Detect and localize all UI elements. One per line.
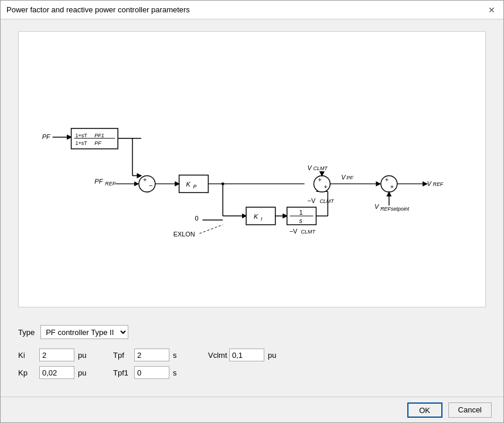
ki-input[interactable] bbox=[39, 348, 74, 361]
tpf1-label: Tpf1 bbox=[113, 368, 131, 377]
svg-text:+: + bbox=[143, 176, 147, 183]
svg-text:REF: REF bbox=[105, 181, 115, 187]
vclmt-field-row: Vclmt pu bbox=[208, 348, 280, 361]
svg-point-40 bbox=[314, 175, 330, 192]
svg-text:V: V bbox=[341, 174, 346, 181]
svg-text:+: + bbox=[390, 183, 394, 190]
ki-label: Ki bbox=[18, 351, 36, 360]
svg-text:P: P bbox=[193, 184, 197, 189]
svg-text:PF: PF bbox=[42, 133, 51, 140]
block-diagram: .diag-text { font-family: Arial, sans-se… bbox=[19, 32, 485, 307]
vclmt-unit: pu bbox=[268, 351, 280, 360]
svg-text:+: + bbox=[385, 176, 389, 183]
svg-text:0: 0 bbox=[195, 215, 198, 222]
tpf-unit: s bbox=[173, 351, 185, 360]
svg-text:1+sT: 1+sT bbox=[76, 133, 88, 138]
type-select[interactable]: PF controller Type I PF controller Type … bbox=[40, 325, 128, 339]
vclmt-input[interactable] bbox=[229, 348, 264, 361]
svg-text:PF1: PF1 bbox=[94, 133, 104, 138]
svg-text:V: V bbox=[308, 164, 313, 171]
svg-text:+: + bbox=[318, 176, 321, 183]
bottom-bar: OK Cancel bbox=[1, 397, 503, 422]
ki-field-row: Ki pu bbox=[18, 348, 90, 361]
svg-text:CLMT: CLMT bbox=[319, 198, 334, 204]
kp-label: Kp bbox=[18, 368, 36, 377]
ki-unit: pu bbox=[78, 351, 90, 360]
tpf1-input[interactable] bbox=[134, 366, 169, 379]
svg-text:1+sT: 1+sT bbox=[76, 140, 88, 146]
kp-unit: pu bbox=[78, 368, 90, 377]
svg-text:−V: −V bbox=[290, 228, 298, 235]
parameters-area: Type PF controller Type I PF controller … bbox=[18, 319, 486, 385]
type-label: Type bbox=[18, 328, 35, 337]
svg-text:−: − bbox=[149, 182, 152, 189]
tpf-label: Tpf bbox=[113, 351, 131, 360]
svg-text:K: K bbox=[186, 181, 191, 188]
field-group-col2: Tpf s Tpf1 s bbox=[113, 348, 185, 379]
svg-text:PF: PF bbox=[94, 178, 103, 185]
svg-text:+: + bbox=[323, 183, 327, 190]
field-group-col3: Vclmt pu bbox=[208, 348, 280, 361]
title-bar: Power factor and reactive power controll… bbox=[1, 1, 503, 19]
tpf1-field-row: Tpf1 s bbox=[113, 366, 185, 379]
type-row: Type PF controller Type I PF controller … bbox=[18, 325, 486, 339]
kp-input[interactable] bbox=[39, 366, 74, 379]
svg-text:EXLON: EXLON bbox=[173, 231, 195, 238]
svg-text:K: K bbox=[254, 213, 258, 220]
fields-row: Ki pu Kp pu Tpf s bbox=[18, 348, 486, 379]
tpf-input[interactable] bbox=[134, 348, 169, 361]
tpf1-unit: s bbox=[173, 368, 185, 377]
svg-point-52 bbox=[381, 175, 397, 192]
diagram-area: .diag-text { font-family: Arial, sans-se… bbox=[18, 31, 486, 307]
vclmt-label: Vclmt bbox=[208, 351, 226, 360]
svg-line-37 bbox=[199, 225, 223, 234]
kp-field-row: Kp pu bbox=[18, 366, 90, 379]
svg-text:1: 1 bbox=[299, 209, 303, 216]
svg-text:PF: PF bbox=[346, 175, 353, 181]
main-window: Power factor and reactive power controll… bbox=[0, 0, 504, 423]
svg-text:−V: −V bbox=[308, 197, 316, 204]
svg-text:PF: PF bbox=[94, 140, 101, 146]
svg-point-12 bbox=[139, 175, 155, 192]
svg-text:s: s bbox=[299, 217, 303, 224]
ok-button[interactable]: OK bbox=[407, 402, 442, 418]
svg-text:CLMT: CLMT bbox=[301, 229, 316, 235]
svg-text:V: V bbox=[427, 180, 433, 187]
close-button[interactable]: ✕ bbox=[486, 4, 498, 16]
svg-text:REF: REF bbox=[433, 181, 443, 187]
field-group-col1: Ki pu Kp pu bbox=[18, 348, 90, 379]
svg-text:CLMT: CLMT bbox=[313, 165, 328, 171]
tpf-field-row: Tpf s bbox=[113, 348, 185, 361]
window-title: Power factor and reactive power controll… bbox=[6, 5, 190, 14]
content-area: .diag-text { font-family: Arial, sans-se… bbox=[1, 19, 503, 397]
svg-text:V: V bbox=[374, 203, 380, 210]
cancel-button[interactable]: Cancel bbox=[448, 402, 492, 418]
svg-text:REFsetpoint: REFsetpoint bbox=[380, 206, 410, 212]
